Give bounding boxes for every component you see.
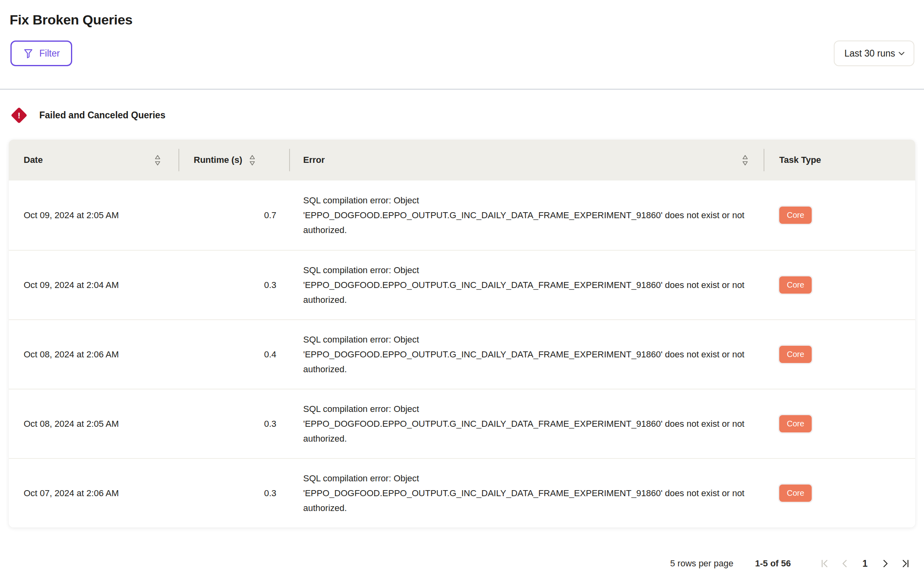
task-type-badge: Core bbox=[779, 485, 812, 502]
task-type-badge: Core bbox=[779, 415, 812, 432]
cell-runtime: 0.3 bbox=[179, 389, 290, 458]
page-divider bbox=[0, 89, 924, 90]
column-header-error-label: Error bbox=[303, 155, 325, 165]
section-header: ! Failed and Canceled Queries bbox=[10, 106, 924, 124]
cell-date: Oct 08, 2024 at 2:05 AM bbox=[9, 389, 179, 458]
cell-date: Oct 09, 2024 at 2:04 AM bbox=[9, 251, 179, 319]
section-title: Failed and Canceled Queries bbox=[39, 110, 165, 121]
cell-task-type: Core bbox=[764, 459, 915, 527]
task-type-badge: Core bbox=[779, 346, 812, 363]
table-row[interactable]: Oct 08, 2024 at 2:05 AM 0.3 SQL compilat… bbox=[9, 389, 915, 458]
column-header-runtime[interactable]: Runtime (s) bbox=[179, 140, 290, 180]
cell-task-type: Core bbox=[764, 180, 915, 250]
cell-task-type: Core bbox=[764, 389, 915, 458]
cell-runtime: 0.4 bbox=[179, 320, 290, 389]
table-row[interactable]: Oct 09, 2024 at 2:04 AM 0.3 SQL compilat… bbox=[9, 250, 915, 319]
cell-runtime: 0.3 bbox=[179, 251, 290, 319]
sort-arrows-icon[interactable] bbox=[154, 154, 161, 166]
cell-runtime: 0.3 bbox=[179, 459, 290, 527]
column-header-error[interactable]: Error bbox=[290, 140, 764, 180]
cell-runtime: 0.7 bbox=[179, 180, 290, 250]
column-header-task-type: Task Type bbox=[764, 140, 915, 180]
task-type-badge: Core bbox=[779, 207, 812, 224]
funnel-icon bbox=[23, 48, 34, 59]
table-row[interactable]: Oct 07, 2024 at 2:06 AM 0.3 SQL compilat… bbox=[9, 458, 915, 527]
alert-diamond-icon: ! bbox=[10, 106, 28, 124]
task-type-badge: Core bbox=[779, 276, 812, 294]
run-range-select[interactable]: Last 30 runs bbox=[834, 41, 914, 66]
error-text: SQL compilation error: Object 'EPPO_DOGF… bbox=[303, 332, 745, 377]
column-header-date[interactable]: Date bbox=[9, 140, 179, 180]
table-header-row: Date Runtime (s) Error bbox=[9, 140, 915, 180]
pagination-bar: 5 rows per page 1-5 of 56 1 bbox=[0, 555, 914, 572]
cell-date: Oct 09, 2024 at 2:05 AM bbox=[9, 180, 179, 250]
last-page-icon[interactable] bbox=[897, 555, 914, 572]
sort-arrows-icon[interactable] bbox=[249, 154, 255, 166]
cell-error: SQL compilation error: Object 'EPPO_DOGF… bbox=[290, 389, 764, 458]
filter-button[interactable]: Filter bbox=[10, 41, 72, 66]
failed-queries-table: Date Runtime (s) Error bbox=[9, 140, 915, 527]
chevron-down-icon bbox=[897, 49, 906, 58]
current-page-number: 1 bbox=[863, 558, 868, 569]
error-text: SQL compilation error: Object 'EPPO_DOGF… bbox=[303, 402, 745, 446]
error-text: SQL compilation error: Object 'EPPO_DOGF… bbox=[303, 193, 745, 237]
run-range-value: Last 30 runs bbox=[844, 48, 895, 59]
page-title: Fix Broken Queries bbox=[10, 12, 924, 28]
pagination-range-label: 1-5 of 56 bbox=[755, 558, 791, 569]
table-row[interactable]: Oct 08, 2024 at 2:06 AM 0.4 SQL compilat… bbox=[9, 319, 915, 389]
cell-date: Oct 07, 2024 at 2:06 AM bbox=[9, 459, 179, 527]
next-page-icon[interactable] bbox=[877, 555, 894, 572]
sort-arrows-icon[interactable] bbox=[742, 154, 748, 166]
column-header-task-type-label: Task Type bbox=[779, 155, 821, 165]
cell-error: SQL compilation error: Object 'EPPO_DOGF… bbox=[290, 320, 764, 389]
error-text: SQL compilation error: Object 'EPPO_DOGF… bbox=[303, 471, 745, 515]
current-page-button[interactable]: 1 bbox=[857, 555, 873, 572]
cell-error: SQL compilation error: Object 'EPPO_DOGF… bbox=[290, 459, 764, 527]
previous-page-icon[interactable] bbox=[837, 555, 853, 572]
filter-button-label: Filter bbox=[39, 48, 60, 59]
error-text: SQL compilation error: Object 'EPPO_DOGF… bbox=[303, 263, 745, 307]
cell-task-type: Core bbox=[764, 320, 915, 389]
column-header-date-label: Date bbox=[24, 155, 43, 165]
table-row[interactable]: Oct 09, 2024 at 2:05 AM 0.7 SQL compilat… bbox=[9, 180, 915, 250]
toolbar: Filter Last 30 runs bbox=[10, 41, 914, 66]
cell-error: SQL compilation error: Object 'EPPO_DOGF… bbox=[290, 180, 764, 250]
first-page-icon[interactable] bbox=[817, 555, 833, 572]
column-header-runtime-label: Runtime (s) bbox=[194, 155, 242, 165]
rows-per-page-label: 5 rows per page bbox=[670, 558, 734, 569]
cell-error: SQL compilation error: Object 'EPPO_DOGF… bbox=[290, 251, 764, 319]
cell-task-type: Core bbox=[764, 251, 915, 319]
cell-date: Oct 08, 2024 at 2:06 AM bbox=[9, 320, 179, 389]
